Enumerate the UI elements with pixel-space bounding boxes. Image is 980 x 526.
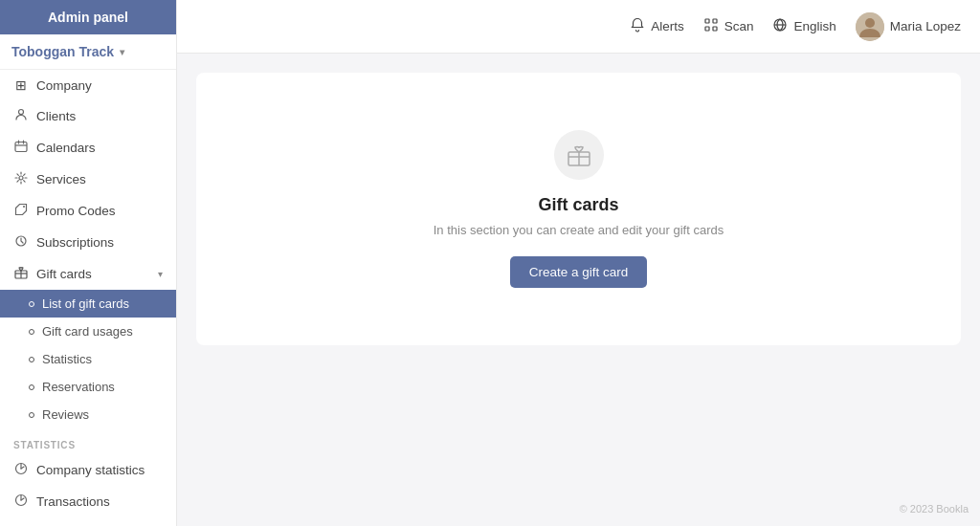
sidebar-item-subscriptions[interactable]: Subscriptions — [0, 227, 176, 258]
alerts-label: Alerts — [651, 19, 684, 33]
svg-point-0 — [19, 110, 24, 115]
brand-selector[interactable]: Toboggan Track ▾ — [0, 34, 176, 70]
sidebar-item-label: Company statistics — [36, 463, 145, 477]
sub-item-label: Reviews — [42, 407, 89, 422]
clients-icon — [13, 108, 29, 124]
sidebar-item-clients[interactable]: Clients — [0, 100, 176, 132]
create-gift-card-button[interactable]: Create a gift card — [510, 256, 648, 288]
gift-cards-expand-icon: ▾ — [158, 269, 163, 279]
gift-cards-description: In this section you can create and edit … — [434, 223, 724, 237]
sidebar-item-company-statistics[interactable]: Company statistics — [0, 454, 176, 486]
globe-icon — [772, 17, 788, 36]
svg-rect-1 — [15, 142, 27, 152]
language-selector[interactable]: English — [772, 17, 835, 36]
bell-icon — [630, 17, 645, 36]
reviews-dot-icon — [29, 412, 34, 418]
list-dot-icon — [29, 301, 34, 307]
admin-panel-header: Admin panel — [0, 0, 176, 34]
user-menu[interactable]: Maria Lopez — [856, 12, 961, 41]
brand-chevron-icon: ▾ — [120, 47, 124, 57]
gift-cards-icon — [13, 266, 29, 282]
scan-button[interactable]: Scan — [703, 17, 754, 36]
brand-label: Toboggan Track — [11, 44, 114, 59]
svg-rect-8 — [713, 19, 717, 23]
sidebar-item-label: Gift cards — [36, 267, 92, 281]
sidebar-item-transactions[interactable]: Transactions — [0, 486, 176, 517]
copyright-footer: © 2023 Bookla — [900, 503, 969, 515]
services-icon — [13, 171, 29, 187]
usages-dot-icon — [29, 329, 34, 335]
main-content: Alerts Scan English Maria Lopez — [177, 0, 980, 526]
sidebar-item-label: Promo Codes — [36, 204, 116, 218]
user-name-label: Maria Lopez — [890, 19, 961, 33]
svg-rect-7 — [705, 19, 709, 23]
sidebar-item-label: Clients — [36, 109, 76, 123]
sidebar-item-label: Transactions — [36, 494, 110, 509]
svg-rect-10 — [713, 27, 717, 31]
subscriptions-icon — [13, 234, 29, 251]
sidebar-item-promo-codes[interactable]: Promo Codes — [0, 195, 176, 227]
topbar: Alerts Scan English Maria Lopez — [177, 0, 980, 54]
sidebar-sub-item-statistics[interactable]: Statistics — [0, 345, 176, 373]
sidebar-item-company[interactable]: ⊞ Company — [0, 70, 176, 100]
promo-codes-icon — [13, 203, 29, 219]
sidebar-item-gift-cards[interactable]: Gift cards ▾ — [0, 258, 176, 290]
sub-item-label: Gift card usages — [42, 324, 133, 339]
statistics-section-label: STATISTICS — [0, 428, 176, 454]
calendars-icon — [13, 140, 29, 156]
gift-cards-panel: Gift cards In this section you can creat… — [196, 73, 961, 345]
stats-dot-icon — [29, 357, 34, 362]
avatar — [856, 12, 884, 41]
gift-cards-title: Gift cards — [538, 195, 618, 215]
sidebar-item-calendars[interactable]: Calendars — [0, 132, 176, 164]
sidebar-sub-item-reservations[interactable]: Reservations — [0, 373, 176, 401]
svg-point-13 — [865, 18, 875, 28]
svg-rect-9 — [705, 27, 709, 31]
sub-item-label: List of gift cards — [42, 296, 129, 311]
sidebar-sub-item-reviews[interactable]: Reviews — [0, 401, 176, 428]
svg-point-2 — [19, 176, 23, 180]
company-icon: ⊞ — [13, 77, 29, 93]
scan-icon — [703, 17, 719, 36]
sidebar-sub-item-list-of-gift-cards[interactable]: List of gift cards — [0, 290, 176, 318]
sub-item-label: Reservations — [42, 380, 115, 394]
svg-point-3 — [23, 206, 25, 208]
company-stats-icon — [13, 462, 29, 478]
sidebar-item-label: Subscriptions — [36, 235, 114, 250]
gift-cards-illustration — [554, 130, 604, 180]
sidebar: Admin panel Toboggan Track ▾ ⊞ Company C… — [0, 0, 177, 526]
content-area: Gift cards In this section you can creat… — [177, 54, 980, 526]
sidebar-item-label: Company — [36, 78, 92, 93]
sub-item-label: Statistics — [42, 352, 92, 366]
sidebar-item-services[interactable]: Services — [0, 164, 176, 195]
scan-label: Scan — [724, 19, 754, 33]
alerts-button[interactable]: Alerts — [630, 17, 684, 36]
reservations-dot-icon — [29, 384, 34, 390]
sidebar-sub-item-gift-card-usages[interactable]: Gift card usages — [0, 318, 176, 345]
sidebar-item-label: Services — [36, 172, 86, 186]
language-label: English — [793, 19, 835, 33]
sidebar-item-label: Calendars — [36, 141, 96, 155]
transactions-icon — [13, 493, 29, 510]
